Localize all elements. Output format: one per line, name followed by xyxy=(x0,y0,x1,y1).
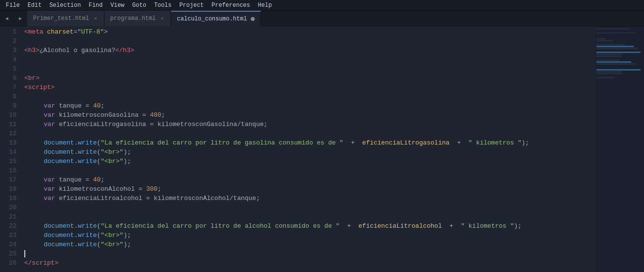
tab-label-calculo: calculo_consumo.html xyxy=(177,16,247,22)
menu-edit[interactable]: Edit xyxy=(24,1,46,10)
menu-bar: File Edit Selection Find View Goto Tools… xyxy=(0,0,644,11)
code-line-8 xyxy=(24,92,595,101)
code-line-22: document.write("La eficiencia del carro … xyxy=(24,221,595,231)
code-line-18: var kilometrosconAlcohol = 300; xyxy=(24,184,595,194)
tab-label-primer-test: Primer_test.html xyxy=(33,15,89,22)
code-line-3: <h3>¿Alcohol o gasolina?</h3> xyxy=(24,46,595,55)
menu-file[interactable]: File xyxy=(2,1,24,10)
code-line-25 xyxy=(24,249,595,258)
tab-primer-test[interactable]: Primer_test.html ✕ xyxy=(27,11,104,26)
code-line-5 xyxy=(24,64,595,73)
code-line-15: document.write("<br>"); xyxy=(24,157,595,166)
code-line-1: <meta charset="UTF-8"> xyxy=(24,27,595,36)
code-line-12 xyxy=(24,129,595,138)
text-cursor xyxy=(24,250,25,257)
tab-close-primer-test[interactable]: ✕ xyxy=(93,15,98,21)
menu-selection[interactable]: Selection xyxy=(46,1,85,10)
tab-calculo-consumo[interactable]: calculo_consumo.html xyxy=(171,11,261,26)
code-line-17: var tanque = 40; xyxy=(24,175,595,184)
tab-nav-left[interactable]: ◀ xyxy=(0,11,14,26)
tab-nav-right[interactable]: ▶ xyxy=(14,11,27,26)
menu-view[interactable]: View xyxy=(106,1,128,10)
code-line-20 xyxy=(24,203,595,212)
code-line-9: var tanque = 40; xyxy=(24,101,595,110)
line-numbers: 1 2 3 4 5 6 7 8 9 10 11 12 13 14 15 16 1… xyxy=(0,26,20,272)
tab-modified-dot xyxy=(251,17,255,21)
code-line-2 xyxy=(24,36,595,46)
code-area[interactable]: <meta charset="UTF-8"> <h3>¿Alcohol o ga… xyxy=(20,26,595,272)
minimap xyxy=(595,26,644,272)
code-line-6: <br> xyxy=(24,73,595,83)
tab-label-programa: programa.html xyxy=(110,15,156,22)
code-line-7: <script> xyxy=(24,83,595,92)
menu-project[interactable]: Project xyxy=(175,1,208,10)
menu-preferences[interactable]: Preferences xyxy=(208,1,254,10)
code-line-26: </script> xyxy=(24,258,595,268)
code-line-14: document.write("<br>"); xyxy=(24,147,595,157)
code-line-16 xyxy=(24,166,595,175)
menu-goto[interactable]: Goto xyxy=(128,1,150,10)
code-line-10: var kilometrosconGasolina = 480; xyxy=(24,110,595,120)
code-line-23: document.write("<br>"); xyxy=(24,231,595,240)
menu-find[interactable]: Find xyxy=(85,1,106,10)
code-line-21 xyxy=(24,212,595,221)
code-line-11: var eficienciaLitrogasolina = kilometros… xyxy=(24,120,595,129)
menu-tools[interactable]: Tools xyxy=(150,1,175,10)
code-line-4 xyxy=(24,55,595,64)
tab-programa[interactable]: programa.html ✕ xyxy=(104,11,171,26)
menu-help[interactable]: Help xyxy=(254,1,276,10)
tab-bar: ◀ ▶ Primer_test.html ✕ programa.html ✕ c… xyxy=(0,11,644,26)
tab-close-programa[interactable]: ✕ xyxy=(159,15,165,21)
editor: 1 2 3 4 5 6 7 8 9 10 11 12 13 14 15 16 1… xyxy=(0,26,644,272)
minimap-content xyxy=(595,26,644,81)
code-line-24: document.write("<br>"); xyxy=(24,240,595,249)
code-line-13: document.write("La eficiencia del carro … xyxy=(24,138,595,147)
code-line-19: var eficienciaLitroalcohol = kilometrosc… xyxy=(24,194,595,203)
